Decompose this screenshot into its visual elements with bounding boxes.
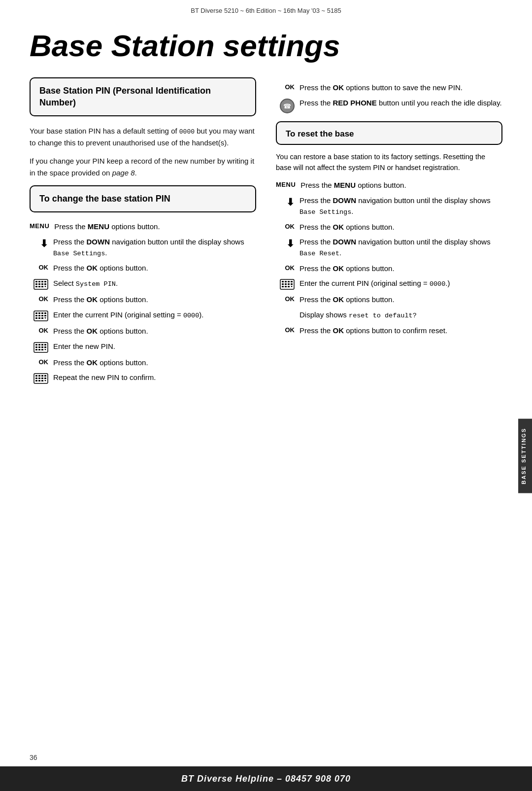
svg-rect-8 [38,286,40,287]
keypad-svg-1 [33,279,48,290]
svg-rect-52 [288,281,290,282]
change-pin-box: To change the base station PIN [30,185,256,212]
reset-ok-1: OK [276,222,295,230]
svg-rect-59 [291,281,293,282]
pin-section-box: Base Station PIN (Personal Identificatio… [30,77,256,116]
intro-paragraph-2: If you change your PIN keep a record of … [30,155,256,178]
reset-base-heading: To reset the base [286,129,493,139]
document-header: BT Diverse 5210 ~ 6th Edition ~ 16th May… [0,0,532,14]
svg-rect-28 [35,346,37,348]
step-kbd-1: Select System PIN. [30,278,256,290]
step-ok-4: OK Press the OK options button. [30,357,256,368]
reset-step-ok-2: OK Press the OK options button. [276,263,502,274]
content-area: Base Station PIN (Personal Identificatio… [0,77,532,388]
page-title: Base Station settings [0,14,532,77]
svg-rect-5 [38,283,40,285]
svg-rect-11 [44,283,46,285]
step-menu: MENU Press the MENU options button. [30,221,256,232]
keypad-icon-2 [30,310,48,321]
reset-step-menu: MENU Press the MENU options button. [276,180,502,191]
svg-rect-18 [41,315,43,316]
svg-rect-22 [44,312,46,314]
svg-rect-23 [44,315,46,316]
pin-section-heading: Base Station PIN (Personal Identificatio… [39,85,246,108]
reset-step-display: Display shows reset to default? [276,310,502,321]
ok-label-2: OK [30,294,48,303]
svg-rect-4 [35,283,37,285]
svg-text:☎: ☎ [283,103,291,110]
svg-rect-55 [288,283,290,285]
change-pin-steps: MENU Press the MENU options button. ⬇ Pr… [30,221,256,384]
step-kbd-3: Enter the new PIN. [30,341,256,353]
svg-rect-40 [35,378,37,379]
svg-rect-10 [44,281,46,282]
svg-rect-46 [44,375,46,377]
svg-rect-44 [38,380,40,381]
red-phone-icon: ☎ [276,98,295,113]
reset-step-down-1: ⬇ Press the DOWN navigation button until… [276,195,502,217]
step-red-phone: ☎ Press the RED PHONE button until you r… [276,98,502,113]
svg-rect-37 [35,375,37,377]
svg-rect-51 [285,281,287,282]
intro-paragraph-1: Your base station PIN has a default sett… [30,125,256,148]
ok-label-3: OK [30,326,48,334]
change-pin-heading: To change the base station PIN [39,193,246,205]
side-tab: BASE SETTINGS [518,419,532,493]
svg-rect-39 [41,375,43,377]
svg-rect-58 [288,286,290,287]
svg-rect-16 [35,315,37,316]
svg-rect-50 [282,281,284,282]
keypad-icon-3 [30,341,48,353]
down-arrow-icon-1: ⬇ [30,237,48,249]
svg-rect-45 [41,380,43,381]
svg-rect-27 [41,344,43,345]
reset-intro-text: You can restore a base station to its fa… [276,152,502,173]
svg-rect-43 [35,380,37,381]
keypad-icon-4 [30,372,48,384]
keypad-svg-3 [33,342,48,353]
reset-steps: MENU Press the MENU options button. ⬇ Pr… [276,180,502,336]
reset-keypad-svg [280,279,295,290]
right-top-steps: OK Press the OK options button to save t… [276,82,502,113]
ok-label-1: OK [30,263,48,271]
svg-rect-14 [38,312,40,314]
svg-rect-6 [41,283,43,285]
svg-rect-21 [41,317,43,319]
step-ok-1: OK Press the OK options button. [30,263,256,274]
svg-rect-3 [41,281,43,282]
svg-rect-13 [35,312,37,314]
svg-rect-15 [41,312,43,314]
svg-rect-32 [38,349,40,350]
svg-rect-31 [35,349,37,350]
svg-rect-60 [291,283,293,285]
reset-ok-final: OK [276,325,295,334]
bottom-bar: BT Diverse Helpline – 08457 908 070 [0,766,532,791]
reset-step-ok-1: OK Press the OK options button. [276,222,502,233]
reset-down-icon-1: ⬇ [276,195,295,208]
svg-rect-53 [282,283,284,285]
ok-label-4: OK [30,357,48,366]
svg-rect-7 [35,286,37,287]
svg-rect-35 [44,346,46,348]
svg-rect-57 [285,286,287,287]
svg-rect-42 [41,378,43,379]
phone-svg: ☎ [283,102,291,110]
header-title: BT Diverse 5210 ~ 6th Edition ~ 16th May… [191,7,341,14]
svg-rect-9 [41,286,43,287]
reset-display-spacer [276,310,295,310]
reset-ok-3: OK [276,294,295,303]
menu-label-icon: MENU [30,221,49,230]
svg-rect-38 [38,375,40,377]
svg-rect-33 [41,349,43,350]
svg-rect-29 [38,346,40,348]
svg-rect-34 [44,344,46,345]
page-number: 36 [30,754,37,761]
right-column: OK Press the OK options button to save t… [276,77,502,388]
reset-ok-2: OK [276,263,295,272]
step-down-1: ⬇ Press the DOWN navigation button until… [30,237,256,258]
svg-rect-1 [35,281,37,282]
svg-rect-19 [35,317,37,319]
keypad-icon-1 [30,278,48,290]
svg-rect-30 [41,346,43,348]
left-column: Base Station PIN (Personal Identificatio… [30,77,256,388]
